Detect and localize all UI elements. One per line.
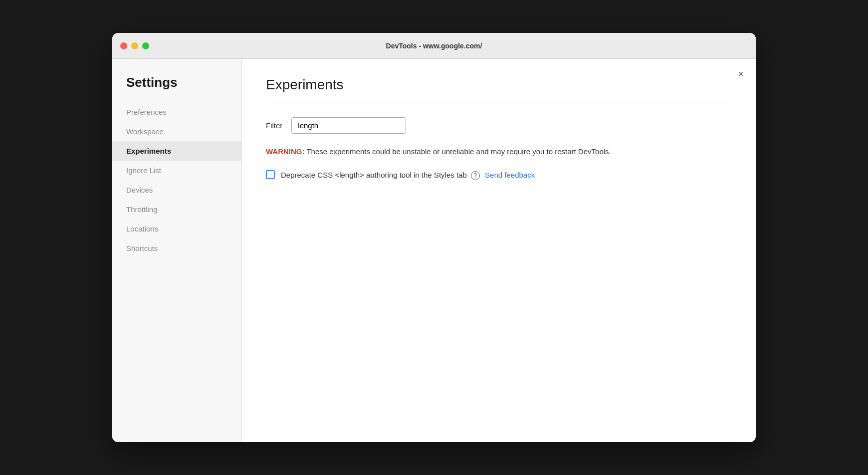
sidebar-item-ignore-list[interactable]: Ignore List [112, 161, 241, 180]
sidebar: Settings Preferences Workspace Experimen… [112, 59, 242, 442]
filter-label: Filter [266, 121, 282, 130]
maximize-traffic-light[interactable] [142, 42, 149, 49]
filter-input[interactable] [291, 117, 406, 134]
traffic-lights [120, 42, 149, 49]
experiment-label: Deprecate CSS <length> authoring tool in… [281, 170, 535, 181]
warning-text: These experiments could be unstable or u… [305, 147, 611, 156]
sidebar-title: Settings [112, 75, 241, 90]
titlebar: DevTools - www.google.com/ [112, 33, 756, 59]
sidebar-item-devices[interactable]: Devices [112, 180, 241, 200]
help-icon[interactable]: ? [471, 171, 480, 180]
sidebar-item-experiments[interactable]: Experiments [112, 141, 241, 161]
devtools-window: DevTools - www.google.com/ Settings Pref… [112, 33, 756, 442]
titlebar-title: DevTools - www.google.com/ [386, 42, 482, 50]
sidebar-item-preferences[interactable]: Preferences [112, 102, 241, 122]
sidebar-item-throttling[interactable]: Throttling [112, 200, 241, 219]
experiment-row: Deprecate CSS <length> authoring tool in… [266, 170, 732, 181]
minimize-traffic-light[interactable] [131, 42, 138, 49]
experiment-label-text: Deprecate CSS <length> authoring tool in… [281, 171, 467, 179]
send-feedback-link[interactable]: Send feedback [485, 171, 535, 179]
window-body: Settings Preferences Workspace Experimen… [112, 59, 756, 442]
warning-box: WARNING: These experiments could be unst… [266, 146, 732, 158]
filter-row: Filter [266, 117, 732, 134]
sidebar-item-locations[interactable]: Locations [112, 219, 241, 238]
close-traffic-light[interactable] [120, 42, 127, 49]
experiment-checkbox-deprecate-css-length[interactable] [266, 170, 275, 179]
section-divider [266, 103, 732, 103]
main-content: × Experiments Filter WARNING: These expe… [242, 59, 756, 442]
sidebar-item-shortcuts[interactable]: Shortcuts [112, 238, 241, 258]
close-button[interactable]: × [738, 69, 744, 79]
warning-label: WARNING: [266, 147, 305, 156]
page-title: Experiments [266, 77, 732, 93]
sidebar-item-workspace[interactable]: Workspace [112, 122, 241, 141]
